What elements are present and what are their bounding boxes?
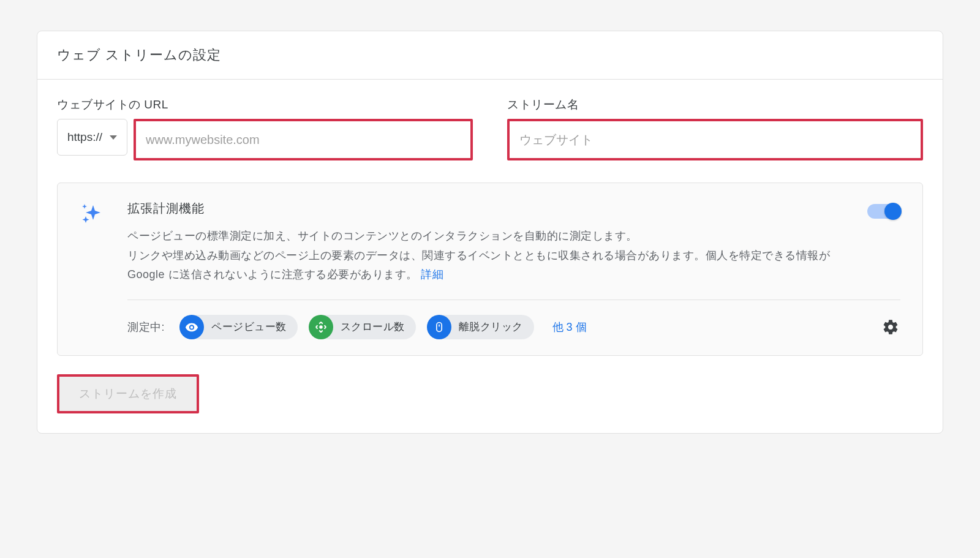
divider xyxy=(127,300,900,300)
measuring-label: 測定中: xyxy=(127,320,165,334)
url-input-wrap: https:// xyxy=(57,119,473,160)
web-stream-setup-card: ウェブ ストリームの設定 ウェブサイトの URL https:// ストリーム名 xyxy=(37,31,943,434)
measuring-row: 測定中: ページビュー数 xyxy=(127,315,900,339)
eye-icon xyxy=(179,315,204,339)
chevron-down-icon xyxy=(110,135,117,140)
enhanced-description: ページビューの標準測定に加え、サイトのコンテンツとのインタラクションを自動的に測… xyxy=(127,227,853,285)
details-link[interactable]: 詳細 xyxy=(421,268,443,281)
enhanced-desc-line2: リンクや埋め込み動画などのページ上の要素のデータは、関連するイベントとともに収集… xyxy=(127,249,830,281)
toggle-knob xyxy=(884,203,902,220)
enhanced-top-row: 拡張計測機能 ページビューの標準測定に加え、サイトのコンテンツとのインタラクショ… xyxy=(80,200,900,285)
stream-name-label: ストリーム名 xyxy=(507,97,923,113)
field-group-url: ウェブサイトの URL https:// xyxy=(57,97,473,160)
svg-point-0 xyxy=(319,325,323,329)
enhanced-desc-line1: ページビューの標準測定に加え、サイトのコンテンツとのインタラクションを自動的に測… xyxy=(127,230,638,242)
more-events-link[interactable]: 他 3 個 xyxy=(552,320,587,334)
card-header: ウェブ ストリームの設定 xyxy=(37,31,943,80)
gear-icon xyxy=(882,319,899,336)
card-body: ウェブサイトの URL https:// ストリーム名 xyxy=(37,80,943,433)
protocol-select[interactable]: https:// xyxy=(57,119,127,156)
protocol-value: https:// xyxy=(67,130,102,144)
card-title: ウェブ ストリームの設定 xyxy=(57,46,923,64)
enhanced-toggle[interactable] xyxy=(867,204,900,219)
enhanced-content: 拡張計測機能 ページビューの標準測定に加え、サイトのコンテンツとのインタラクショ… xyxy=(127,200,853,285)
chip-outbound: 離脱クリック xyxy=(427,315,534,339)
chip-label: スクロール数 xyxy=(341,320,405,334)
stream-name-input[interactable] xyxy=(510,121,921,158)
enhanced-title: 拡張計測機能 xyxy=(127,200,853,217)
chip-label: ページビュー数 xyxy=(211,320,287,334)
chip-row: ページビュー数 スクロール数 xyxy=(179,315,587,339)
url-input[interactable] xyxy=(136,121,470,158)
create-button-highlight: ストリームを作成 xyxy=(57,374,199,413)
form-row: ウェブサイトの URL https:// ストリーム名 xyxy=(57,97,923,160)
name-input-highlight xyxy=(507,119,923,160)
enhanced-measurement-box: 拡張計測機能 ページビューの標準測定に加え、サイトのコンテンツとのインタラクショ… xyxy=(57,183,923,356)
svg-rect-1 xyxy=(436,322,441,331)
url-input-highlight xyxy=(134,119,473,160)
settings-gear-button[interactable] xyxy=(881,317,900,337)
create-stream-button[interactable]: ストリームを作成 xyxy=(59,377,197,411)
scroll-icon xyxy=(309,315,333,339)
sparkle-icon xyxy=(80,202,104,226)
chip-label: 離脱クリック xyxy=(459,320,523,334)
mouse-icon xyxy=(427,315,451,339)
url-label: ウェブサイトの URL xyxy=(57,97,473,113)
chip-scrolls: スクロール数 xyxy=(309,315,416,339)
chip-pageviews: ページビュー数 xyxy=(179,315,298,339)
field-group-name: ストリーム名 xyxy=(507,97,923,160)
